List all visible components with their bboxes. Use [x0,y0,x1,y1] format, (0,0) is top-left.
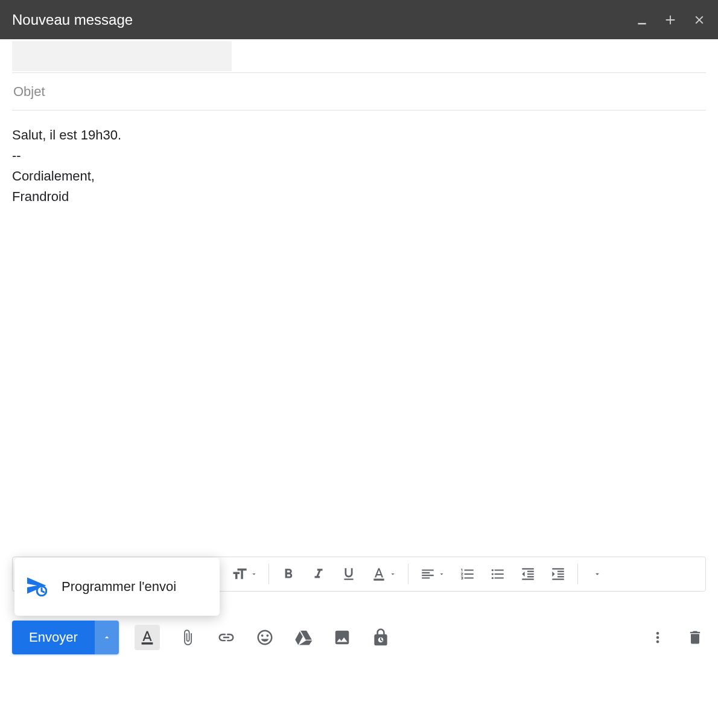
window-controls [636,13,706,27]
window-title: Nouveau message [12,11,133,28]
message-body[interactable]: Salut, il est 19h30. -- Cordialement, Fr… [0,110,718,521]
bulleted-list-button[interactable] [483,562,512,586]
indent-decrease-button[interactable] [513,562,542,586]
underline-button[interactable] [334,562,363,586]
align-button[interactable] [413,562,452,586]
send-button[interactable]: Envoyer [12,621,95,654]
discard-draft-icon[interactable] [684,627,706,648]
minimize-icon[interactable] [636,14,648,26]
toolbar-separator [268,564,269,584]
compose-titlebar: Nouveau message [0,0,718,39]
subject-field[interactable] [12,73,706,110]
schedule-send-menu-item[interactable]: Programmer l'envoi [14,558,220,616]
body-line: Salut, il est 19h30. [12,125,706,145]
signature-separator: -- [12,145,706,166]
send-more-button[interactable] [95,621,119,654]
toolbar-separator [408,564,408,584]
formatting-toggle-button[interactable] [135,625,160,650]
recipient-chip-redacted[interactable] [12,41,232,71]
svg-rect-1 [373,579,384,581]
signature-line: Cordialement, [12,166,706,187]
insert-photo-icon[interactable] [331,627,353,648]
compose-action-bar: Envoyer [12,621,706,654]
signature-line: Frandroid [12,187,706,207]
schedule-send-label: Programmer l'envoi [62,579,176,595]
compose-right-actions [647,627,706,648]
svg-rect-0 [638,23,646,25]
toolbar-separator [577,564,578,584]
schedule-send-icon [25,575,47,599]
confidential-mode-icon[interactable] [370,627,392,648]
indent-increase-button[interactable] [544,562,573,586]
send-button-group: Envoyer [12,621,119,654]
to-field[interactable] [12,39,706,73]
text-color-button[interactable] [364,562,403,586]
compose-fields [0,39,718,110]
italic-button[interactable] [304,562,333,586]
insert-drive-icon[interactable] [293,627,314,648]
fullscreen-icon[interactable] [664,13,677,27]
numbered-list-button[interactable] [453,562,482,586]
subject-input[interactable] [12,83,706,100]
insert-emoji-icon[interactable] [254,627,276,648]
insert-link-icon[interactable] [215,627,237,648]
close-icon[interactable] [693,13,706,27]
attach-file-icon[interactable] [177,627,199,648]
svg-rect-4 [141,642,153,645]
more-formatting-button[interactable] [583,562,612,586]
compose-tool-icons [135,625,392,650]
bold-button[interactable] [274,562,303,586]
more-options-icon[interactable] [647,627,669,648]
font-size-button[interactable] [225,562,264,586]
